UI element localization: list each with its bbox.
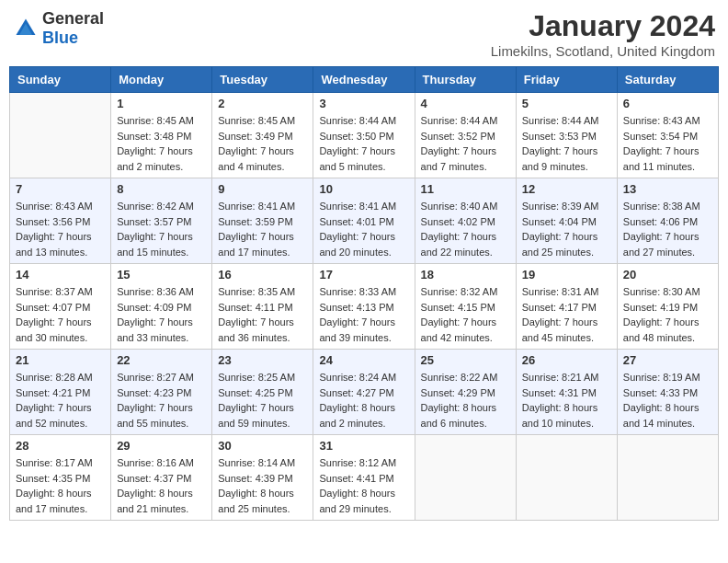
calendar-cell: 6Sunrise: 8:43 AMSunset: 3:54 PMDaylight… bbox=[617, 93, 718, 178]
weekday-header-thursday: Thursday bbox=[415, 67, 516, 93]
day-info: Sunrise: 8:14 AMSunset: 4:39 PMDaylight:… bbox=[218, 455, 307, 516]
day-info: Sunrise: 8:33 AMSunset: 4:13 PMDaylight:… bbox=[319, 284, 408, 345]
calendar-week-row: 28Sunrise: 8:17 AMSunset: 4:35 PMDayligh… bbox=[10, 435, 719, 521]
calendar-cell: 11Sunrise: 8:40 AMSunset: 4:02 PMDayligh… bbox=[415, 178, 516, 264]
month-title: January 2024 bbox=[491, 9, 715, 43]
calendar-cell: 24Sunrise: 8:24 AMSunset: 4:27 PMDayligh… bbox=[313, 350, 415, 435]
logo-general: General bbox=[42, 9, 104, 28]
day-info: Sunrise: 8:30 AMSunset: 4:19 PMDaylight:… bbox=[623, 284, 712, 345]
calendar-cell: 5Sunrise: 8:44 AMSunset: 3:53 PMDaylight… bbox=[516, 93, 617, 178]
calendar-cell: 28Sunrise: 8:17 AMSunset: 4:35 PMDayligh… bbox=[10, 435, 111, 521]
logo-blue: Blue bbox=[42, 29, 78, 47]
day-number: 26 bbox=[522, 353, 611, 367]
calendar-cell: 29Sunrise: 8:16 AMSunset: 4:37 PMDayligh… bbox=[111, 435, 212, 521]
calendar-cell: 7Sunrise: 8:43 AMSunset: 3:56 PMDaylight… bbox=[10, 178, 111, 264]
day-number: 27 bbox=[623, 353, 712, 367]
calendar-cell: 2Sunrise: 8:45 AMSunset: 3:49 PMDaylight… bbox=[212, 93, 313, 178]
weekday-header-wednesday: Wednesday bbox=[313, 67, 415, 93]
day-number: 5 bbox=[522, 97, 611, 110]
day-info: Sunrise: 8:44 AMSunset: 3:53 PMDaylight:… bbox=[522, 113, 611, 174]
calendar-cell: 17Sunrise: 8:33 AMSunset: 4:13 PMDayligh… bbox=[313, 264, 415, 350]
calendar-cell bbox=[10, 93, 111, 178]
day-number: 30 bbox=[218, 439, 307, 453]
day-info: Sunrise: 8:24 AMSunset: 4:27 PMDaylight:… bbox=[319, 370, 408, 431]
calendar-table: SundayMondayTuesdayWednesdayThursdayFrid… bbox=[9, 66, 719, 521]
calendar-cell: 14Sunrise: 8:37 AMSunset: 4:07 PMDayligh… bbox=[10, 264, 111, 350]
day-info: Sunrise: 8:12 AMSunset: 4:41 PMDaylight:… bbox=[319, 455, 408, 516]
day-info: Sunrise: 8:27 AMSunset: 4:23 PMDaylight:… bbox=[117, 370, 206, 431]
day-info: Sunrise: 8:35 AMSunset: 4:11 PMDaylight:… bbox=[218, 284, 307, 345]
calendar-cell: 27Sunrise: 8:19 AMSunset: 4:33 PMDayligh… bbox=[617, 350, 718, 435]
day-info: Sunrise: 8:39 AMSunset: 4:04 PMDaylight:… bbox=[522, 199, 611, 259]
day-number: 15 bbox=[117, 268, 206, 282]
day-number: 23 bbox=[218, 353, 307, 367]
calendar-cell: 10Sunrise: 8:41 AMSunset: 4:01 PMDayligh… bbox=[313, 178, 415, 264]
calendar-cell: 15Sunrise: 8:36 AMSunset: 4:09 PMDayligh… bbox=[111, 264, 212, 350]
calendar-week-row: 1Sunrise: 8:45 AMSunset: 3:48 PMDaylight… bbox=[10, 93, 719, 178]
day-info: Sunrise: 8:25 AMSunset: 4:25 PMDaylight:… bbox=[218, 370, 307, 431]
weekday-header-friday: Friday bbox=[516, 67, 617, 93]
day-info: Sunrise: 8:44 AMSunset: 3:52 PMDaylight:… bbox=[421, 113, 510, 174]
calendar-cell bbox=[415, 435, 516, 521]
day-number: 6 bbox=[623, 97, 712, 110]
day-number: 28 bbox=[16, 439, 105, 453]
day-number: 18 bbox=[421, 268, 510, 282]
calendar-cell: 30Sunrise: 8:14 AMSunset: 4:39 PMDayligh… bbox=[212, 435, 313, 521]
calendar-cell bbox=[516, 435, 617, 521]
location: Limekilns, Scotland, United Kingdom bbox=[491, 43, 715, 59]
calendar-cell: 3Sunrise: 8:44 AMSunset: 3:50 PMDaylight… bbox=[313, 93, 415, 178]
page-header: General Blue January 2024 Limekilns, Sco… bbox=[9, 9, 719, 59]
day-info: Sunrise: 8:45 AMSunset: 3:48 PMDaylight:… bbox=[117, 113, 206, 174]
weekday-header-tuesday: Tuesday bbox=[212, 67, 313, 93]
day-number: 20 bbox=[623, 268, 712, 282]
logo-icon bbox=[13, 16, 39, 41]
calendar-cell: 16Sunrise: 8:35 AMSunset: 4:11 PMDayligh… bbox=[212, 264, 313, 350]
calendar-week-row: 21Sunrise: 8:28 AMSunset: 4:21 PMDayligh… bbox=[10, 350, 719, 435]
day-info: Sunrise: 8:22 AMSunset: 4:29 PMDaylight:… bbox=[421, 370, 510, 431]
day-number: 9 bbox=[218, 182, 307, 196]
calendar-week-row: 14Sunrise: 8:37 AMSunset: 4:07 PMDayligh… bbox=[10, 264, 719, 350]
calendar-cell: 1Sunrise: 8:45 AMSunset: 3:48 PMDaylight… bbox=[111, 93, 212, 178]
day-number: 14 bbox=[16, 268, 105, 282]
title-area: January 2024 Limekilns, Scotland, United… bbox=[491, 9, 715, 59]
day-number: 4 bbox=[421, 97, 510, 110]
day-number: 16 bbox=[218, 268, 307, 282]
calendar-cell: 21Sunrise: 8:28 AMSunset: 4:21 PMDayligh… bbox=[10, 350, 111, 435]
calendar-cell: 23Sunrise: 8:25 AMSunset: 4:25 PMDayligh… bbox=[212, 350, 313, 435]
day-info: Sunrise: 8:19 AMSunset: 4:33 PMDaylight:… bbox=[623, 370, 712, 431]
calendar-cell: 8Sunrise: 8:42 AMSunset: 3:57 PMDaylight… bbox=[111, 178, 212, 264]
day-info: Sunrise: 8:43 AMSunset: 3:56 PMDaylight:… bbox=[16, 199, 105, 259]
day-info: Sunrise: 8:16 AMSunset: 4:37 PMDaylight:… bbox=[117, 455, 206, 516]
day-info: Sunrise: 8:37 AMSunset: 4:07 PMDaylight:… bbox=[16, 284, 105, 345]
day-info: Sunrise: 8:43 AMSunset: 3:54 PMDaylight:… bbox=[623, 113, 712, 174]
day-number: 21 bbox=[16, 353, 105, 367]
day-number: 25 bbox=[421, 353, 510, 367]
day-info: Sunrise: 8:21 AMSunset: 4:31 PMDaylight:… bbox=[522, 370, 611, 431]
calendar-week-row: 7Sunrise: 8:43 AMSunset: 3:56 PMDaylight… bbox=[10, 178, 719, 264]
day-number: 19 bbox=[522, 268, 611, 282]
calendar-cell: 25Sunrise: 8:22 AMSunset: 4:29 PMDayligh… bbox=[415, 350, 516, 435]
logo-text: General Blue bbox=[42, 9, 104, 48]
weekday-header-saturday: Saturday bbox=[617, 67, 718, 93]
calendar-cell: 31Sunrise: 8:12 AMSunset: 4:41 PMDayligh… bbox=[313, 435, 415, 521]
day-number: 13 bbox=[623, 182, 712, 196]
day-info: Sunrise: 8:41 AMSunset: 3:59 PMDaylight:… bbox=[218, 199, 307, 259]
day-number: 3 bbox=[319, 97, 408, 110]
day-info: Sunrise: 8:28 AMSunset: 4:21 PMDaylight:… bbox=[16, 370, 105, 431]
calendar-cell bbox=[617, 435, 718, 521]
logo: General Blue bbox=[13, 9, 104, 48]
day-number: 31 bbox=[319, 439, 408, 453]
calendar-cell: 22Sunrise: 8:27 AMSunset: 4:23 PMDayligh… bbox=[111, 350, 212, 435]
calendar-cell: 20Sunrise: 8:30 AMSunset: 4:19 PMDayligh… bbox=[617, 264, 718, 350]
day-info: Sunrise: 8:31 AMSunset: 4:17 PMDaylight:… bbox=[522, 284, 611, 345]
calendar-cell: 26Sunrise: 8:21 AMSunset: 4:31 PMDayligh… bbox=[516, 350, 617, 435]
day-number: 24 bbox=[319, 353, 408, 367]
day-info: Sunrise: 8:32 AMSunset: 4:15 PMDaylight:… bbox=[421, 284, 510, 345]
weekday-header-sunday: Sunday bbox=[10, 67, 111, 93]
day-info: Sunrise: 8:40 AMSunset: 4:02 PMDaylight:… bbox=[421, 199, 510, 259]
day-number: 1 bbox=[117, 97, 206, 110]
calendar-cell: 18Sunrise: 8:32 AMSunset: 4:15 PMDayligh… bbox=[415, 264, 516, 350]
day-number: 2 bbox=[218, 97, 307, 110]
day-number: 12 bbox=[522, 182, 611, 196]
day-info: Sunrise: 8:45 AMSunset: 3:49 PMDaylight:… bbox=[218, 113, 307, 174]
